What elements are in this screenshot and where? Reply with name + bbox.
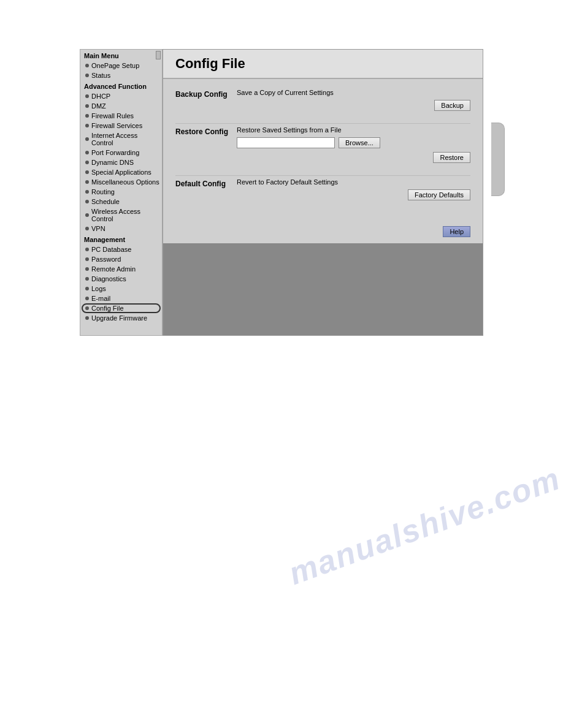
divider-2: [175, 175, 470, 176]
sidebar-item-config-file[interactable]: Config File: [80, 303, 162, 313]
default-config-content: Revert to Factory Default Settings Facto…: [237, 178, 470, 200]
bullet-icon: [85, 227, 89, 230]
backup-config-section: Backup Config Save a Copy of Current Set…: [175, 89, 470, 111]
scroll-indicator: [156, 51, 161, 59]
bullet-icon: [85, 124, 89, 127]
sidebar-item-email[interactable]: E-mail: [80, 294, 162, 303]
bullet-icon: [85, 248, 89, 251]
help-row: Help: [163, 222, 483, 243]
sidebar-item-logs[interactable]: Logs: [80, 284, 162, 294]
restore-config-desc: Restore Saved Settings from a File: [237, 126, 470, 134]
bullet-icon: [85, 161, 89, 164]
bullet-icon: [85, 114, 89, 118]
bullet-icon: [85, 94, 89, 98]
bullet-icon: [85, 190, 89, 194]
restore-config-content: Restore Saved Settings from a File Brows…: [237, 126, 470, 163]
backup-button[interactable]: Backup: [434, 100, 470, 111]
restore-file-input[interactable]: [237, 137, 335, 148]
sidebar-item-firewall-rules[interactable]: Firewall Rules: [80, 111, 162, 121]
sidebar-item-upgrade-firmware[interactable]: Upgrade Firmware: [80, 313, 162, 323]
sidebar-item-dynamic-dns[interactable]: Dynamic DNS: [80, 157, 162, 167]
sidebar-item-routing[interactable]: Routing: [80, 187, 162, 197]
management-title: Management: [80, 233, 162, 245]
bullet-icon: [85, 267, 89, 271]
sidebar-item-schedule[interactable]: Schedule: [80, 197, 162, 207]
bullet-icon: [85, 277, 89, 281]
sidebar-item-wireless-access-control[interactable]: Wireless Access Control: [80, 207, 162, 224]
bullet-icon: [85, 257, 89, 261]
sidebar-item-special-applications[interactable]: Special Applications: [80, 167, 162, 177]
sidebar-item-onepage-setup[interactable]: OnePage Setup: [80, 61, 162, 70]
sidebar-item-firewall-services[interactable]: Firewall Services: [80, 121, 162, 131]
default-config-section: Default Config Revert to Factory Default…: [175, 178, 470, 200]
factory-defaults-button[interactable]: Factory Defaults: [408, 189, 470, 200]
divider-1: [175, 123, 470, 124]
sidebar-item-internet-access-control[interactable]: Internet Access Control: [80, 131, 162, 148]
sidebar-item-port-forwarding[interactable]: Port Forwarding: [80, 148, 162, 157]
bullet-icon: [85, 151, 89, 154]
default-config-desc: Revert to Factory Default Settings: [237, 178, 470, 186]
sidebar-item-vpn[interactable]: VPN: [80, 224, 162, 233]
sidebar-item-status[interactable]: Status: [80, 70, 162, 80]
restore-button[interactable]: Restore: [433, 152, 470, 163]
sidebar-item-password[interactable]: Password: [80, 254, 162, 264]
restore-config-section: Restore Config Restore Saved Settings fr…: [175, 126, 470, 163]
bullet-icon: [85, 170, 89, 174]
default-config-actions: Factory Defaults: [237, 189, 470, 200]
backup-config-actions: Backup: [237, 100, 470, 111]
sidebar-item-miscellaneous-options[interactable]: Miscellaneous Options: [80, 177, 162, 187]
backup-config-label: Backup Config: [175, 89, 237, 99]
sidebar: Main Menu OnePage Setup Status Advanced …: [80, 49, 163, 336]
bullet-icon: [85, 74, 89, 77]
bullet-icon: [85, 200, 89, 203]
gray-area: [163, 243, 483, 335]
help-button[interactable]: Help: [443, 226, 470, 237]
page-title: Config File: [175, 56, 245, 71]
restore-config-actions: Restore: [237, 152, 470, 163]
main-body: Backup Config Save a Copy of Current Set…: [163, 79, 483, 222]
sidebar-item-diagnostics[interactable]: Diagnostics: [80, 274, 162, 284]
advanced-function-title: Advanced Function: [80, 80, 162, 91]
main-menu-title: Main Menu: [80, 50, 162, 61]
restore-file-row: Browse...: [237, 137, 470, 148]
bullet-icon: [85, 306, 89, 310]
sidebar-item-remote-admin[interactable]: Remote Admin: [80, 264, 162, 274]
main-header: Config File: [163, 50, 483, 79]
bullet-icon: [85, 104, 89, 108]
watermark: manualshive.com: [284, 460, 563, 592]
bullet-icon: [85, 64, 89, 67]
bullet-icon: [85, 297, 89, 300]
sidebar-item-pc-database[interactable]: PC Database: [80, 245, 162, 254]
bullet-icon: [85, 316, 89, 320]
bullet-icon: [85, 137, 89, 141]
sidebar-item-dmz[interactable]: DMZ: [80, 101, 162, 111]
bullet-icon: [85, 180, 89, 184]
main-content: Config File Backup Config Save a Copy of…: [163, 49, 483, 336]
restore-config-label: Restore Config: [175, 126, 237, 136]
sidebar-item-dhcp[interactable]: DHCP: [80, 91, 162, 101]
right-side-tab: [491, 123, 505, 196]
bullet-icon: [85, 287, 89, 290]
default-config-label: Default Config: [175, 178, 237, 188]
backup-config-content: Save a Copy of Current Settings Backup: [237, 89, 470, 111]
browse-button[interactable]: Browse...: [339, 137, 380, 148]
bullet-icon: [85, 213, 89, 217]
backup-config-desc: Save a Copy of Current Settings: [237, 89, 470, 96]
